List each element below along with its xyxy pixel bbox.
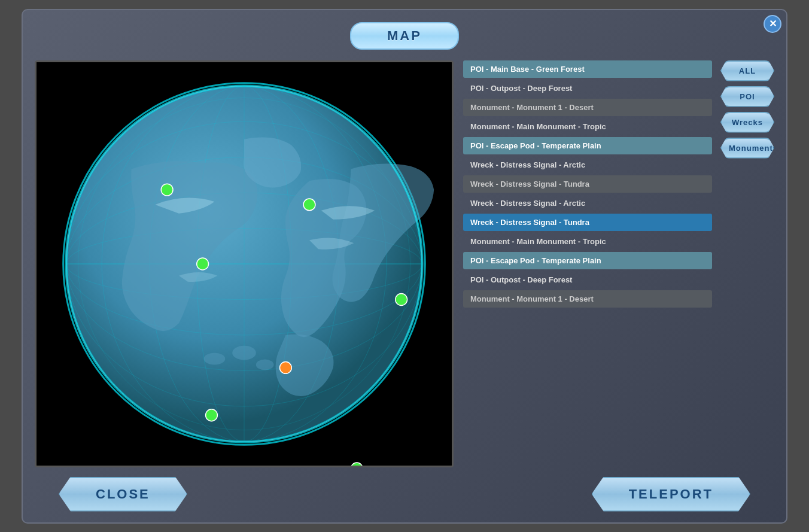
list-item-3[interactable]: Monument - Main Monument - Tropic bbox=[463, 118, 712, 135]
svg-point-21 bbox=[197, 258, 209, 270]
svg-point-20 bbox=[303, 198, 315, 210]
globe-container bbox=[35, 60, 454, 467]
list-item-2[interactable]: Monument - Monument 1 - Desert bbox=[463, 99, 712, 116]
svg-point-23 bbox=[279, 361, 291, 373]
globe-svg bbox=[37, 62, 452, 466]
list-item-7[interactable]: Wreck - Distress Signal - Arctic bbox=[463, 194, 712, 212]
list-item-5[interactable]: Wreck - Distress Signal - Arctic bbox=[463, 156, 712, 174]
modal-container: ✕ MAP bbox=[22, 9, 787, 524]
title-bar: MAP bbox=[35, 22, 774, 50]
teleport-button[interactable]: TELEPORT bbox=[592, 477, 750, 512]
list-item-11[interactable]: POI - Outpost - Deep Forest bbox=[463, 271, 712, 288]
list-item-9[interactable]: Monument - Main Monument - Tropic bbox=[463, 233, 712, 250]
list-item-1[interactable]: POI - Outpost - Deep Forest bbox=[463, 80, 712, 97]
svg-point-16 bbox=[204, 352, 226, 364]
map-title: MAP bbox=[350, 22, 459, 50]
svg-point-14 bbox=[232, 345, 256, 360]
list-container: POI - Main Base - Green ForestPOI - Outp… bbox=[463, 60, 714, 467]
list-item-8[interactable]: Wreck - Distress Signal - Tundra bbox=[463, 214, 712, 231]
list-item-6[interactable]: Wreck - Distress Signal - Tundra bbox=[463, 175, 712, 193]
svg-point-19 bbox=[161, 184, 173, 196]
list-item-12[interactable]: Monument - Monument 1 - Desert bbox=[463, 290, 712, 308]
close-button[interactable]: CLOSE bbox=[59, 477, 187, 512]
filter-buttons: ALLPOIWrecksMonuments bbox=[720, 60, 774, 467]
filter-btn-monuments[interactable]: Monuments bbox=[720, 138, 774, 159]
svg-point-15 bbox=[256, 359, 274, 370]
list-item-0[interactable]: POI - Main Base - Green Forest bbox=[463, 60, 712, 78]
list-item-10[interactable]: POI - Escape Pod - Temperate Plain bbox=[463, 252, 712, 269]
list-item-4[interactable]: POI - Escape Pod - Temperate Plain bbox=[463, 137, 712, 154]
list-area: POI - Main Base - Green ForestPOI - Outp… bbox=[463, 60, 774, 467]
filter-btn-all[interactable]: ALL bbox=[720, 60, 774, 81]
svg-point-22 bbox=[396, 293, 407, 305]
svg-point-24 bbox=[206, 409, 218, 421]
filter-btn-wrecks[interactable]: Wrecks bbox=[720, 112, 774, 133]
close-x-button[interactable]: ✕ bbox=[764, 15, 781, 33]
content-area: POI - Main Base - Green ForestPOI - Outp… bbox=[35, 60, 774, 467]
filter-btn-poi[interactable]: POI bbox=[720, 86, 774, 107]
bottom-bar: CLOSE TELEPORT bbox=[35, 477, 774, 512]
location-list: POI - Main Base - Green ForestPOI - Outp… bbox=[463, 60, 714, 467]
